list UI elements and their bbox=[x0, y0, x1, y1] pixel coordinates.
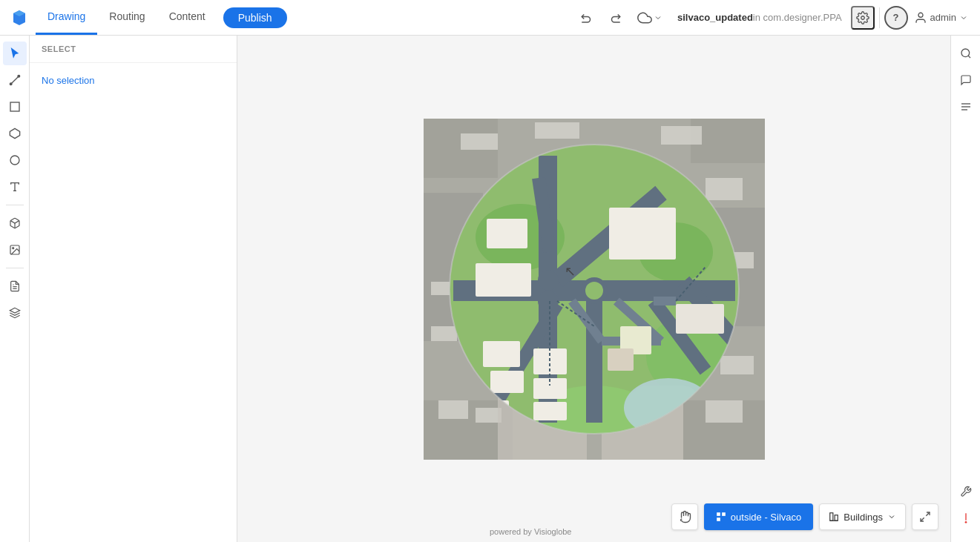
svg-line-85 bbox=[921, 518, 924, 521]
topbar: Drawing Routing Content Publish bbox=[0, 0, 980, 36]
svg-rect-81 bbox=[830, 513, 833, 521]
tab-content[interactable]: Content bbox=[157, 0, 217, 35]
svg-line-84 bbox=[926, 512, 930, 516]
svg-rect-78 bbox=[717, 512, 720, 516]
svg-rect-34 bbox=[461, 133, 498, 150]
buildings-button[interactable]: Buildings bbox=[819, 503, 906, 530]
tools-right-button[interactable] bbox=[954, 480, 978, 503]
svg-marker-15 bbox=[10, 308, 19, 313]
location-button[interactable]: outside - Silvaco bbox=[704, 503, 813, 530]
user-menu[interactable]: admin bbox=[908, 8, 974, 27]
help-button[interactable]: ? bbox=[884, 6, 908, 30]
history-controls bbox=[573, 4, 628, 31]
undo-button[interactable] bbox=[573, 4, 600, 31]
svg-rect-26 bbox=[706, 400, 743, 423]
right-panel-bottom bbox=[954, 480, 978, 536]
svg-point-86 bbox=[961, 49, 970, 57]
svg-rect-66 bbox=[490, 371, 524, 393]
map-svg bbox=[424, 119, 765, 460]
fullscreen-button[interactable] bbox=[912, 503, 938, 530]
powered-by: powered by Visioglobe bbox=[490, 527, 571, 536]
list-right-button[interactable] bbox=[954, 95, 978, 119]
line-tool[interactable] bbox=[3, 68, 27, 92]
circle-tool[interactable] bbox=[3, 148, 27, 172]
cloud-button[interactable] bbox=[631, 7, 668, 28]
text-tool[interactable] bbox=[3, 175, 27, 199]
polygon-tool[interactable] bbox=[3, 122, 27, 145]
left-tool-panel bbox=[0, 36, 30, 542]
svg-rect-5 bbox=[10, 102, 19, 111]
svg-point-3 bbox=[10, 83, 12, 85]
svg-rect-63 bbox=[487, 219, 527, 248]
comments-button[interactable] bbox=[954, 68, 978, 92]
svg-marker-6 bbox=[10, 128, 19, 138]
svg-rect-31 bbox=[706, 178, 743, 200]
right-panel bbox=[950, 36, 980, 542]
svg-rect-62 bbox=[476, 263, 531, 297]
svg-rect-25 bbox=[476, 408, 501, 423]
svg-point-12 bbox=[12, 248, 13, 249]
svg-rect-70 bbox=[533, 402, 567, 420]
box3d-tool[interactable] bbox=[3, 211, 27, 235]
no-selection-label: No selection bbox=[30, 63, 237, 98]
selection-header: SELECT bbox=[30, 36, 237, 63]
svg-point-92 bbox=[964, 521, 967, 523]
bottom-action-bar: outside - Silvaco Buildings bbox=[671, 503, 938, 530]
tool-divider-2 bbox=[6, 268, 24, 268]
pointer-tool[interactable] bbox=[3, 42, 27, 65]
tool-divider bbox=[6, 205, 24, 205]
map-container[interactable]: ↖ bbox=[424, 119, 765, 460]
tab-drawing[interactable]: Drawing bbox=[36, 0, 97, 35]
document-tool[interactable] bbox=[3, 274, 27, 298]
settings-button[interactable] bbox=[851, 6, 875, 30]
svg-line-87 bbox=[968, 56, 970, 58]
svg-rect-82 bbox=[835, 515, 838, 521]
svg-point-0 bbox=[861, 16, 864, 19]
svg-rect-33 bbox=[535, 122, 579, 139]
canvas-area[interactable]: ↖ powered by Visioglobe bbox=[237, 36, 950, 542]
svg-rect-65 bbox=[483, 341, 520, 367]
logo[interactable] bbox=[6, 0, 33, 36]
svg-rect-28 bbox=[431, 326, 457, 341]
svg-point-4 bbox=[18, 75, 20, 77]
svg-rect-61 bbox=[609, 208, 676, 260]
svg-rect-79 bbox=[722, 512, 726, 516]
svg-point-57 bbox=[585, 282, 603, 300]
nav-tabs: Drawing Routing Content bbox=[36, 0, 217, 35]
svg-point-59 bbox=[538, 270, 559, 291]
svg-point-1 bbox=[918, 13, 923, 17]
tab-routing[interactable]: Routing bbox=[97, 0, 157, 35]
publish-button[interactable]: Publish bbox=[223, 7, 287, 28]
selection-panel: SELECT No selection bbox=[30, 36, 237, 542]
svg-marker-91 bbox=[965, 513, 966, 520]
svg-rect-72 bbox=[608, 348, 634, 371]
layers-tool[interactable] bbox=[3, 301, 27, 325]
svg-rect-80 bbox=[717, 518, 720, 521]
svg-rect-27 bbox=[720, 356, 754, 374]
right-panel-top bbox=[954, 42, 978, 480]
svg-rect-24 bbox=[438, 400, 468, 419]
divider bbox=[879, 7, 880, 28]
hand-button[interactable] bbox=[671, 503, 698, 530]
project-info: silvaco_updated in com.designer.PPA bbox=[668, 12, 851, 23]
rectangle-tool[interactable] bbox=[3, 95, 27, 119]
redo-button[interactable] bbox=[602, 4, 628, 31]
search-right-button[interactable] bbox=[954, 42, 978, 65]
svg-point-7 bbox=[10, 156, 19, 165]
main-layout: SELECT No selection bbox=[0, 36, 980, 542]
svg-rect-64 bbox=[676, 304, 724, 334]
svg-line-2 bbox=[10, 76, 19, 85]
image-tool[interactable] bbox=[3, 238, 27, 262]
svg-rect-32 bbox=[661, 126, 702, 145]
svg-point-60 bbox=[538, 291, 559, 311]
alert-button[interactable] bbox=[954, 506, 978, 530]
